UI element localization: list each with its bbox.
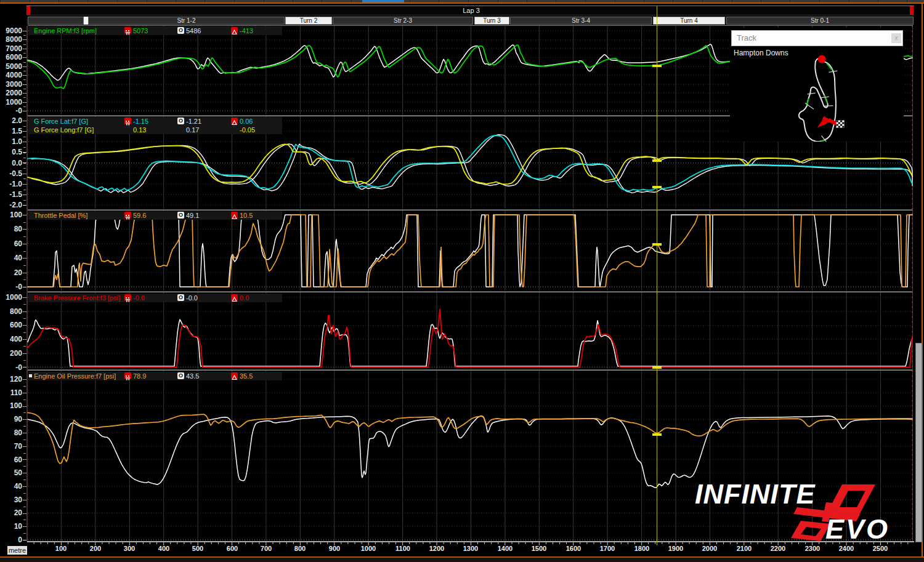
- svg-text:INFINITE: INFINITE: [695, 478, 816, 510]
- svg-text:EVO: EVO: [825, 513, 890, 545]
